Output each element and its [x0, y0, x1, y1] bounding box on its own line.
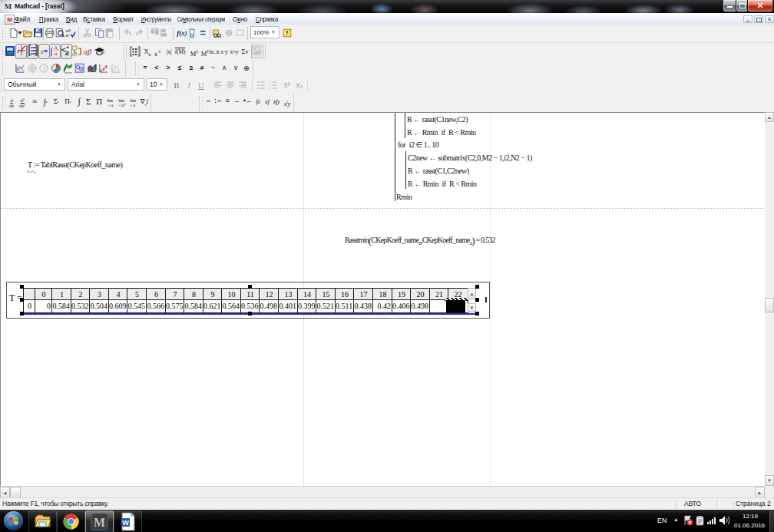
svg-text:?: ? — [286, 30, 289, 37]
svg-text:вг: вг — [66, 33, 70, 38]
svg-text:3: 3 — [269, 87, 271, 90]
svg-text:α: α — [55, 51, 58, 56]
svg-text:W: W — [122, 519, 129, 527]
svg-text:≥: ≥ — [65, 49, 69, 56]
svg-text:M: M — [94, 516, 105, 529]
